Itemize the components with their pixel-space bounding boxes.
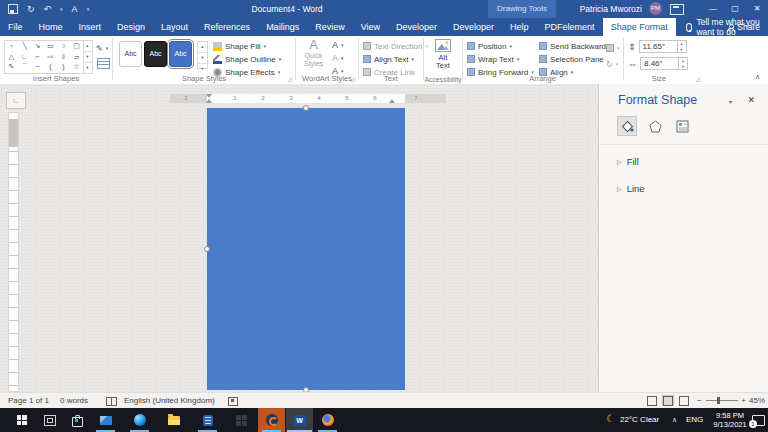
clock-date[interactable]: 9/13/2021 [710, 420, 750, 432]
shape-callout-icon[interactable]: ▱ [70, 52, 83, 63]
action-center-icon[interactable]: 1 [752, 415, 765, 426]
tab-home[interactable]: Home [31, 18, 71, 36]
shape-rounded-rectangle-icon[interactable]: ▢ [70, 41, 83, 52]
size-dialog-launcher-icon[interactable]: ◿ [695, 76, 700, 82]
rotate-objects-button[interactable]: ↻ ▾ [606, 58, 618, 70]
tab-mailings[interactable]: Mailings [258, 18, 307, 36]
shape-arrow-line-icon[interactable]: ↘ [31, 41, 44, 52]
first-line-indent-marker[interactable] [206, 94, 212, 98]
group-objects-button[interactable]: ▾ [606, 42, 620, 54]
qat-customize-icon[interactable]: ▾ [87, 6, 90, 12]
tab-layout[interactable]: Layout [153, 18, 196, 36]
edit-shape-button[interactable]: ✎ ▾ [96, 42, 108, 54]
height-spin-down-icon[interactable]: ▾ [678, 47, 686, 53]
align-text-button[interactable]: Align Text ▾ [363, 53, 414, 65]
tab-pdfelement[interactable]: PDFelement [537, 18, 603, 36]
undo-icon[interactable]: ↶ [44, 0, 52, 18]
shape-recent-icon[interactable]: ▫ [5, 41, 18, 52]
redo-icon[interactable]: ↻ [27, 0, 35, 18]
tab-references[interactable]: References [196, 18, 258, 36]
collapse-ribbon-icon[interactable]: ∧ [755, 73, 760, 81]
task-view-button[interactable] [36, 408, 63, 432]
fill-line-tab[interactable] [617, 116, 637, 136]
text-fill-button[interactable]: A ▾ [332, 39, 344, 50]
style-preview-blue-selected[interactable]: Abc [169, 41, 192, 67]
gallery-more-icon[interactable]: ▾ [83, 62, 92, 73]
styles-scrollbar[interactable]: ▴ ▾ ▾ [197, 41, 208, 69]
shape-handle-left-middle[interactable] [204, 246, 210, 252]
shape-width-value[interactable]: 8.46" [641, 59, 678, 68]
position-button[interactable]: Position ▾ [467, 40, 512, 52]
tab-help[interactable]: Help [502, 18, 537, 36]
tab-view[interactable]: View [353, 18, 388, 36]
line-section-header[interactable]: ▷ Line [617, 183, 645, 194]
hanging-indent-marker[interactable] [206, 99, 212, 103]
word-taskbar-button[interactable]: W [286, 408, 313, 432]
shape-fill-button[interactable]: Shape Fill ▾ [213, 40, 266, 52]
read-mode-icon[interactable] [646, 395, 658, 406]
shape-line-icon[interactable]: ╲ [18, 41, 31, 52]
horizontal-ruler[interactable]: 1 1 2 3 4 5 6 7 [170, 94, 446, 103]
macro-record-icon[interactable] [228, 397, 238, 406]
notes-app-button[interactable] [194, 408, 221, 432]
restore-button[interactable]: ▢ [724, 0, 746, 18]
minimize-button[interactable]: — [702, 0, 724, 18]
document-canvas[interactable]: ∟ 1 1 2 3 4 5 6 7 [0, 84, 599, 392]
language-indicator[interactable]: English (United Kingdom) [124, 393, 215, 408]
panel-options-caret-icon[interactable]: ▾ [729, 98, 732, 105]
selected-rectangle-shape[interactable] [207, 108, 405, 390]
shape-right-arrow-icon[interactable]: ⇨ [44, 52, 57, 63]
gallery-scroll-up-icon[interactable]: ▴ [83, 41, 92, 51]
shape-width-field[interactable]: 8.46" ▴ ▾ [640, 57, 688, 70]
zoom-level[interactable]: 45% [749, 393, 765, 408]
shape-star-icon[interactable]: ☆ [70, 62, 83, 73]
quick-styles-button[interactable]: A Quick Styles [300, 38, 327, 78]
text-direction-button[interactable]: Text Direction ▾ [363, 40, 428, 52]
share-button[interactable]: Share [727, 18, 760, 36]
shape-connector-icon[interactable]: ⌐ [31, 52, 44, 63]
styles-scroll-down-icon[interactable]: ▾ [198, 52, 207, 63]
shapes-gallery[interactable]: ▫ ╲ ↘ ▭ ○ ▢ △ ∟ ⌐ ⇨ ⇩ ▱ ✎ ⌒ ~ ( ) ☆ [4, 40, 84, 74]
print-layout-icon[interactable] [662, 395, 674, 406]
zoom-out-icon[interactable]: − [697, 393, 702, 408]
tab-developer-2[interactable]: Developer [445, 18, 502, 36]
alt-text-button[interactable]: Alt Text [430, 39, 456, 77]
zoom-slider-thumb[interactable] [717, 397, 720, 404]
zoom-slider[interactable] [706, 400, 738, 401]
signed-in-user[interactable]: Patricia Mworozi [580, 0, 642, 18]
effects-tab[interactable] [646, 117, 664, 135]
fill-section-header[interactable]: ▷ Fill [617, 156, 639, 167]
start-button[interactable] [8, 408, 35, 432]
page-indicator[interactable]: Page 1 of 1 [8, 393, 49, 408]
styles-more-icon[interactable]: ▾ [198, 63, 207, 74]
shape-rectangle-icon[interactable]: ▭ [44, 41, 57, 52]
moon-weather-icon[interactable]: ☾ [606, 413, 615, 432]
vertical-ruler[interactable] [8, 112, 19, 392]
shape-freeform-icon[interactable]: ✎ [5, 62, 18, 73]
mail-button[interactable] [92, 408, 119, 432]
save-icon[interactable] [8, 4, 18, 14]
right-indent-marker[interactable] [389, 99, 395, 103]
file-explorer-button[interactable] [160, 408, 187, 432]
shape-oval-icon[interactable]: ○ [57, 41, 70, 52]
web-layout-icon[interactable] [678, 395, 690, 406]
proofing-icon[interactable] [106, 397, 117, 406]
store-button[interactable] [64, 408, 91, 432]
tab-file[interactable]: File [0, 18, 31, 36]
shape-curve-icon[interactable]: ~ [31, 62, 44, 73]
shape-handle-top-center[interactable] [303, 105, 309, 111]
ribbon-display-options-icon[interactable] [670, 4, 684, 15]
styles-scroll-up-icon[interactable]: ▴ [198, 42, 207, 52]
style-preview-black[interactable]: Abc [144, 41, 167, 67]
firefox-button[interactable] [314, 408, 341, 432]
shape-elbow-icon[interactable]: ∟ [18, 52, 31, 63]
word-count[interactable]: 0 words [60, 393, 88, 408]
avatar[interactable]: PM [649, 2, 662, 15]
text-box-button[interactable] [97, 58, 110, 69]
pinned-app-button[interactable] [228, 408, 255, 432]
send-backward-button[interactable]: Send Backward ▾ [539, 40, 612, 52]
ruler-tab-selector[interactable]: ∟ [6, 92, 26, 109]
orange-app-button[interactable] [258, 408, 285, 432]
close-button[interactable]: ✕ [746, 0, 768, 18]
tray-expand-icon[interactable]: ∧ [672, 408, 677, 432]
